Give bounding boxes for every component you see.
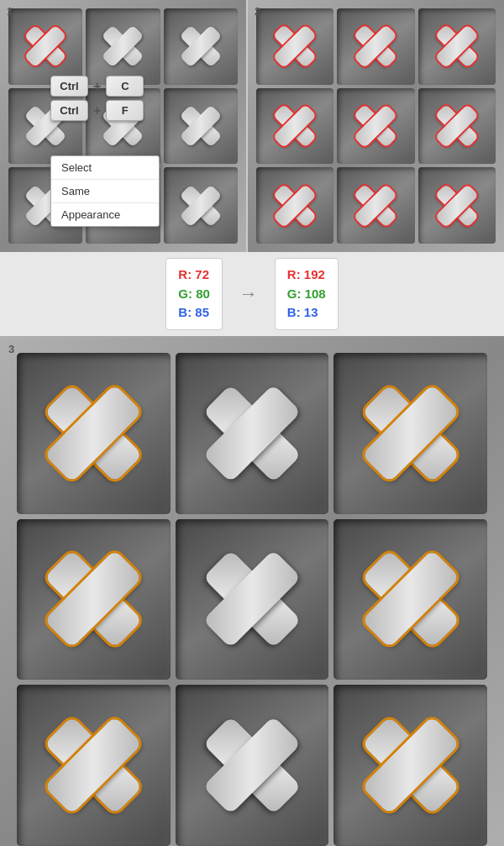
table-row xyxy=(8,8,82,85)
x-icon-orange xyxy=(44,713,144,818)
menu-item-appearance[interactable]: Appearance xyxy=(51,203,159,226)
x-icon-red xyxy=(353,103,399,149)
table-row xyxy=(176,519,329,680)
x-icon-red xyxy=(353,182,399,228)
table-row xyxy=(176,353,329,514)
table-row xyxy=(164,167,238,244)
shortcut-row-find: Ctrl + F xyxy=(50,100,144,121)
plus-symbol-2: + xyxy=(93,103,101,118)
x-icon-red xyxy=(433,103,480,149)
table-row xyxy=(164,88,238,165)
panel-3-grid xyxy=(8,344,496,846)
color-after-box: R: 192 G: 108 B: 13 xyxy=(275,258,339,330)
x-icon xyxy=(101,24,145,69)
panel-2-grid xyxy=(248,0,504,252)
x-icon-red xyxy=(433,24,480,69)
x-icon-red xyxy=(271,103,318,149)
shortcut-row-copy: Ctrl + C xyxy=(50,76,144,97)
menu-item-same[interactable]: Same xyxy=(51,180,159,203)
x-icon-red xyxy=(353,24,399,69)
x-icon-orange xyxy=(360,547,460,652)
table-row xyxy=(333,685,487,846)
table-row xyxy=(17,519,171,680)
table-row xyxy=(337,8,414,85)
table-row xyxy=(333,353,487,514)
x-icon-orange xyxy=(360,713,460,818)
x-icon xyxy=(178,24,223,69)
arrow-icon: → xyxy=(239,283,258,305)
table-row xyxy=(17,685,171,846)
ctrl-key: Ctrl xyxy=(50,76,88,97)
x-icon-plain xyxy=(202,713,302,818)
table-row xyxy=(418,8,496,85)
after-g: G: 108 xyxy=(287,285,326,304)
keyboard-shortcut-popup: Ctrl + C Ctrl + F xyxy=(50,76,144,121)
color-before-box: R: 72 G: 80 B: 85 xyxy=(165,258,223,330)
panel-3-number: 3 xyxy=(8,343,14,355)
table-row xyxy=(418,167,496,244)
c-key: C xyxy=(106,76,144,97)
x-icon-orange xyxy=(44,381,144,486)
panel-2-number: 2 xyxy=(255,5,260,18)
context-menu[interactable]: Select Same Appearance xyxy=(50,155,160,227)
table-row xyxy=(418,88,496,165)
after-r: R: 192 xyxy=(287,265,326,285)
panel-1-number: 1 xyxy=(7,5,13,18)
x-icon-red xyxy=(271,24,318,69)
panel-1: 1 xyxy=(0,0,248,252)
table-row xyxy=(256,88,333,165)
x-icon-red xyxy=(24,24,68,69)
table-row xyxy=(86,8,160,85)
menu-item-select[interactable]: Select xyxy=(51,156,159,180)
plus-symbol: + xyxy=(93,79,101,94)
x-icon-orange xyxy=(44,547,144,652)
x-icon-red xyxy=(433,182,480,228)
x-icon-red xyxy=(271,182,318,228)
panel-2: 2 xyxy=(248,0,504,252)
panel-3: 3 xyxy=(0,336,504,846)
before-g: G: 80 xyxy=(178,285,210,304)
x-icon-plain xyxy=(202,381,302,486)
color-transform-section: R: 72 G: 80 B: 85 → R: 192 G: 108 B: 13 xyxy=(0,252,504,336)
top-section: 1 xyxy=(0,0,504,252)
table-row xyxy=(164,8,238,85)
after-b: B: 13 xyxy=(287,303,326,323)
f-key: F xyxy=(106,100,144,121)
table-row xyxy=(17,353,171,514)
table-row xyxy=(337,167,414,244)
ctrl-key-2: Ctrl xyxy=(50,100,88,121)
table-row xyxy=(333,519,487,680)
x-icon xyxy=(178,103,223,149)
table-row xyxy=(176,685,329,846)
x-icon-plain xyxy=(202,547,302,652)
before-r: R: 72 xyxy=(178,265,210,285)
x-icon xyxy=(178,182,223,228)
x-icon-orange xyxy=(360,381,460,486)
table-row xyxy=(337,88,414,165)
table-row xyxy=(256,8,333,85)
table-row xyxy=(256,167,333,244)
before-b: B: 85 xyxy=(178,303,210,323)
